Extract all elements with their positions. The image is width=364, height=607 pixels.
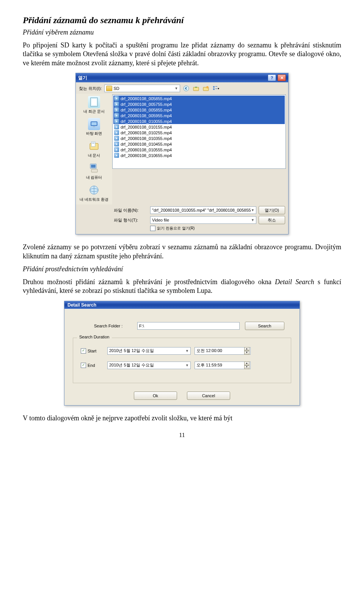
file-row[interactable]: ▸drf_20080108_010355.mp4: [113, 135, 285, 141]
end-date-picker[interactable]: 2010년 5월 12일 수요일 ▼: [107, 362, 191, 369]
end-label: End: [88, 363, 95, 368]
search-duration-group: Search Duration Start 2010년 5월 12일 수요일 ▼…: [73, 338, 291, 383]
svg-point-0: [184, 86, 189, 91]
open-button[interactable]: 열기(O): [259, 206, 285, 214]
svg-rect-1: [193, 87, 199, 91]
start-time-picker[interactable]: 오전 12:00:00 ▴▾: [195, 347, 251, 355]
chevron-down-icon: ▾: [218, 87, 219, 90]
file-name: drf_20080108_010055.mp4: [121, 119, 172, 124]
filename-input[interactable]: "drf_20080108_010055.mp4" "drf_20080108_…: [150, 206, 256, 214]
media-file-icon: ▸: [114, 96, 119, 101]
desktop-icon: [88, 118, 100, 130]
open-file-dialog: 열기 ? ✕ 찾는 위치(I): SD ▼ ▾ 내 최근 문: [75, 73, 289, 234]
file-row[interactable]: ▸drf_20080108_010255.mp4: [113, 130, 285, 135]
places-sidebar: 내 최근 문서 바탕 화면 내 문서 내 컴퓨터: [76, 94, 112, 204]
file-name: drf_20080108_010255.mp4: [121, 131, 172, 135]
close-button[interactable]: ✕: [278, 74, 286, 81]
file-name: drf_20080108_005755.mp4: [121, 102, 172, 107]
search-button[interactable]: Search: [245, 322, 284, 330]
search-folder-label: Search Folder :: [94, 324, 132, 328]
media-file-icon: ▸: [114, 113, 119, 118]
file-row[interactable]: ▸drf_20080108_005755.mp4: [113, 101, 285, 107]
sidebar-mydocs[interactable]: 내 문서: [77, 140, 111, 158]
sidebar-item-label: 바탕 화면: [77, 131, 111, 136]
paragraph-4: V tomto dialogovém okně je nejprve zapot…: [23, 414, 341, 423]
svg-rect-12: [91, 142, 95, 146]
section-title: Přidání záznamů do seznamu k přehrávání: [23, 15, 341, 25]
fieldset-legend: Search Duration: [77, 335, 112, 339]
start-label: Start: [88, 349, 96, 353]
start-checkbox[interactable]: [81, 348, 86, 354]
svg-rect-16: [91, 165, 96, 168]
file-list[interactable]: ▸drf_20080108_005855.mp4▸drf_20080108_00…: [112, 94, 286, 169]
filetype-select[interactable]: Video file ▼: [150, 216, 256, 224]
sidebar-desktop[interactable]: 바탕 화면: [77, 118, 111, 136]
up-level-icon[interactable]: [192, 85, 200, 92]
file-row[interactable]: ▸drf_20080108_005855.mp4: [113, 96, 285, 101]
cancel-button[interactable]: 취소: [259, 216, 285, 224]
dialog-titlebar: 열기 ? ✕: [76, 73, 288, 82]
sidebar-network[interactable]: 내 네트워크 환경: [77, 184, 111, 202]
start-time-value: 오전 12:00:00: [196, 348, 243, 354]
help-button[interactable]: ?: [268, 74, 276, 81]
svg-rect-14: [92, 143, 94, 144]
filetype-label: 파일 형식(T):: [114, 217, 148, 223]
time-spinner[interactable]: ▴▾: [244, 362, 249, 369]
end-time-value: 오후 11:59:59: [196, 362, 243, 368]
svg-rect-9: [91, 122, 97, 125]
svg-rect-6: [215, 86, 217, 87]
search-folder-value: F:\: [139, 324, 144, 328]
file-name: drf_20080108_010355.mp4: [121, 136, 172, 141]
svg-rect-5: [213, 88, 215, 90]
file-row[interactable]: ▸drf_20080108_010655.mp4: [113, 153, 285, 158]
dialog-title: Detail Search: [64, 301, 300, 309]
subheading-1: Přidání výběrem záznamu: [23, 28, 341, 36]
sidebar-recent[interactable]: 내 최근 문서: [77, 96, 111, 114]
sidebar-item-label: 내 최근 문서: [77, 109, 111, 114]
file-name: drf_20080108_010555.mp4: [121, 148, 172, 152]
media-file-icon: ▸: [114, 136, 119, 141]
file-name: drf_20080108_010155.mp4: [121, 125, 172, 129]
dialog-title: 열기: [78, 75, 87, 81]
media-file-icon: ▸: [114, 147, 119, 152]
file-name: drf_20080108_010455.mp4: [121, 142, 172, 146]
chevron-down-icon: ▼: [251, 218, 254, 222]
file-row[interactable]: ▸drf_20080108_010055.mp4: [113, 118, 285, 124]
paragraph-1: Po připojení SD karty k počítači a spušt…: [23, 41, 341, 68]
new-folder-icon[interactable]: [202, 85, 210, 92]
svg-rect-4: [213, 86, 215, 88]
sidebar-mycomputer[interactable]: 내 컴퓨터: [77, 162, 111, 180]
detail-search-dialog: Detail Search Search Folder : F:\ Search…: [64, 301, 300, 406]
file-row[interactable]: ▸drf_20080108_005855.mp4: [113, 107, 285, 113]
file-row[interactable]: ▸drf_20080108_010555.mp4: [113, 147, 285, 153]
ok-button[interactable]: Ok: [134, 392, 177, 400]
svg-rect-10: [93, 126, 95, 127]
back-icon[interactable]: [182, 85, 190, 92]
search-folder-input[interactable]: F:\: [137, 322, 240, 330]
media-file-icon: ▸: [114, 130, 119, 135]
end-time-picker[interactable]: 오후 11:59:59 ▴▾: [195, 362, 251, 369]
recent-docs-icon: [88, 96, 100, 108]
lookin-label: 찾는 위치(I):: [79, 86, 102, 91]
chevron-down-icon: ▼: [175, 86, 178, 90]
filename-value: "drf_20080108_010055.mp4" "drf_20080108_…: [152, 208, 251, 212]
chevron-down-icon: ▼: [185, 349, 189, 353]
end-checkbox[interactable]: [81, 363, 86, 368]
time-spinner[interactable]: ▴▾: [244, 347, 249, 355]
lookin-combo[interactable]: SD ▼: [104, 85, 180, 92]
media-file-icon: ▸: [114, 107, 119, 112]
sidebar-item-label: 내 컴퓨터: [77, 175, 111, 180]
file-row[interactable]: ▸drf_20080108_010455.mp4: [113, 141, 285, 147]
view-menu-icon[interactable]: ▾: [212, 85, 220, 92]
svg-rect-17: [91, 169, 97, 172]
start-date-picker[interactable]: 2010년 5월 12일 수요일 ▼: [107, 347, 191, 355]
svg-rect-13: [92, 143, 94, 143]
my-docs-icon: [88, 140, 100, 152]
readonly-checkbox[interactable]: [150, 226, 155, 231]
paragraph-2: Zvolené záznamy se po potvrzení výběru z…: [23, 243, 341, 261]
cancel-button[interactable]: Cancel: [187, 392, 230, 400]
file-row[interactable]: ▸drf_20080108_005955.mp4: [113, 113, 285, 118]
end-date-value: 2010년 5월 12일 수요일: [109, 362, 154, 368]
file-name: drf_20080108_005955.mp4: [121, 113, 172, 118]
file-row[interactable]: ▸drf_20080108_010155.mp4: [113, 124, 285, 130]
